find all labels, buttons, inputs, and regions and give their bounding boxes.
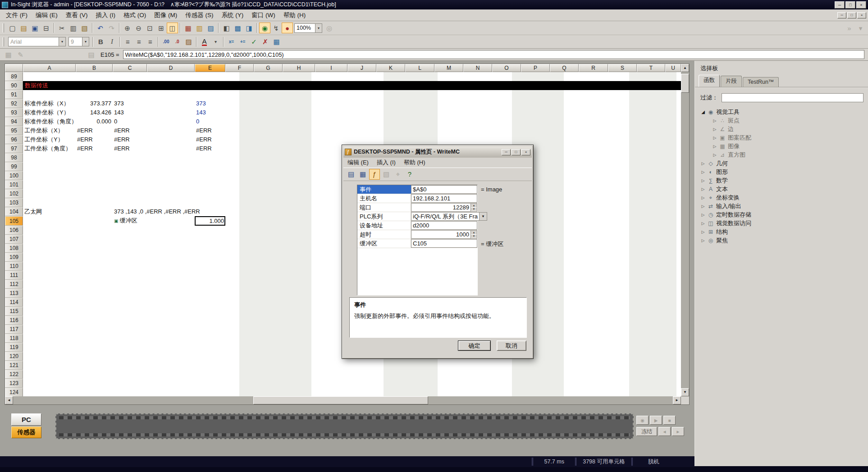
cell-M91[interactable] [434, 90, 463, 99]
view-spreadsheet-icon[interactable]: ▩ [232, 23, 243, 33]
cell-R99[interactable] [579, 162, 608, 171]
cell-B112[interactable] [76, 280, 113, 289]
cell-H91[interactable] [283, 90, 315, 99]
cell-Q123[interactable] [550, 379, 579, 388]
cell-C109[interactable] [113, 253, 147, 262]
cell-G99[interactable] [254, 162, 283, 171]
cell-U114[interactable] [665, 298, 681, 307]
cell-D103[interactable] [147, 198, 195, 207]
host-name-field[interactable]: 192.168.2.101 [411, 194, 477, 203]
cell-H98[interactable] [283, 153, 315, 162]
cell-A107[interactable] [23, 235, 76, 244]
tree-item-focus[interactable]: ▷◎聚焦 [698, 236, 865, 245]
cell-F103[interactable] [225, 198, 254, 207]
row-header-114[interactable]: 114 [5, 298, 23, 307]
cell-S116[interactable] [608, 316, 637, 325]
cell-R117[interactable] [579, 325, 608, 334]
close-button[interactable]: × [856, 1, 866, 9]
row-header-90[interactable]: 90 [5, 81, 23, 90]
column-header-J[interactable]: J [347, 64, 376, 72]
cell-G103[interactable] [254, 198, 283, 207]
cell-H110[interactable] [283, 262, 315, 271]
cell-F120[interactable] [225, 352, 254, 361]
cell-U123[interactable] [665, 379, 681, 388]
cell-F91[interactable] [225, 90, 254, 99]
cell-O89[interactable] [492, 72, 521, 81]
timeout-field[interactable]: 1000▲▼ [411, 230, 477, 239]
cell-I96[interactable] [315, 135, 347, 144]
cell-R123[interactable] [579, 379, 608, 388]
cell-B110[interactable] [76, 262, 113, 271]
cell-D106[interactable] [147, 226, 195, 235]
cell-I89[interactable] [315, 72, 347, 81]
cell-G121[interactable] [254, 361, 283, 370]
cell-U122[interactable] [665, 370, 681, 379]
collapse-arrow-icon[interactable]: ◢ [699, 109, 707, 114]
cell-L95[interactable] [405, 126, 434, 135]
cell-R118[interactable] [579, 334, 608, 343]
property-label-timeout[interactable]: 超时 [357, 230, 411, 239]
cell-L89[interactable] [405, 72, 434, 81]
cell-F112[interactable] [225, 280, 254, 289]
cell-Q112[interactable] [550, 280, 579, 289]
cell-F122[interactable] [225, 370, 254, 379]
cell-E113[interactable] [195, 289, 225, 298]
cell-A119[interactable] [23, 343, 76, 352]
expand-arrow-icon[interactable]: ▷ [699, 238, 707, 243]
cell-R113[interactable] [579, 289, 608, 298]
cell-L94[interactable] [405, 117, 434, 126]
cell-C121[interactable] [113, 361, 147, 370]
cell-L93[interactable] [405, 108, 434, 117]
cell-Q98[interactable] [550, 153, 579, 162]
cell-S102[interactable] [608, 189, 637, 198]
expand-arrow-icon[interactable]: ▷ [711, 153, 718, 157]
cell-Q95[interactable] [550, 126, 579, 135]
cell-A95[interactable]: 工件坐标（X） [23, 126, 76, 135]
cell-U103[interactable] [665, 198, 681, 207]
expand-arrow-icon[interactable]: ▷ [699, 161, 707, 166]
cell-H119[interactable] [283, 343, 315, 352]
cell-D111[interactable] [147, 271, 195, 280]
cell-F93[interactable] [225, 108, 254, 117]
insert-function-icon[interactable]: ƒ [369, 169, 380, 180]
column-header-S[interactable]: S [608, 64, 637, 72]
cell-J123[interactable] [347, 379, 376, 388]
image-display-icon[interactable]: ▦ [183, 23, 194, 33]
cell-E114[interactable] [195, 298, 225, 307]
cell-F94[interactable] [225, 117, 254, 126]
cell-B120[interactable] [76, 352, 113, 361]
row-header-122[interactable]: 122 [5, 370, 23, 379]
row-header-104[interactable]: 104 [5, 207, 23, 216]
cell-J91[interactable] [347, 90, 376, 99]
font-name-combo[interactable]: Arial▾ [8, 37, 66, 46]
cell-T111[interactable] [637, 271, 665, 280]
cell-J94[interactable] [347, 117, 376, 126]
cell-B117[interactable] [76, 325, 113, 334]
cell-D117[interactable] [147, 325, 195, 334]
cell-D112[interactable] [147, 280, 195, 289]
row-header-94[interactable]: 94 [5, 117, 23, 126]
tree-item-image[interactable]: ▷▦图像 [698, 142, 865, 150]
chevron-down-icon[interactable]: ▾ [82, 37, 89, 46]
cell-U109[interactable] [665, 253, 681, 262]
cell-J92[interactable] [347, 99, 376, 108]
cell-B123[interactable] [76, 379, 113, 388]
cell-G92[interactable] [254, 99, 283, 108]
cell-O96[interactable] [492, 135, 521, 144]
row-header-106[interactable]: 106 [5, 226, 23, 235]
cell-P92[interactable] [521, 99, 550, 108]
cell-C89[interactable] [113, 72, 147, 81]
cell-B104[interactable] [76, 207, 113, 216]
cell-H107[interactable] [283, 235, 315, 244]
cell-U105[interactable] [665, 216, 681, 226]
cell-E98[interactable] [195, 153, 225, 162]
cell-F111[interactable] [225, 271, 254, 280]
cell-A115[interactable] [23, 307, 76, 316]
row-header-121[interactable]: 121 [5, 361, 23, 370]
cell-S115[interactable] [608, 307, 637, 316]
cell-S113[interactable] [608, 289, 637, 298]
menu-window[interactable]: 窗口 (W) [247, 10, 279, 21]
cell-M123[interactable] [434, 379, 463, 388]
tree-item-input-output[interactable]: ▷⇄输入/输出 [698, 202, 865, 210]
tree-item-structures[interactable]: ▷⊞结构 [698, 227, 865, 236]
